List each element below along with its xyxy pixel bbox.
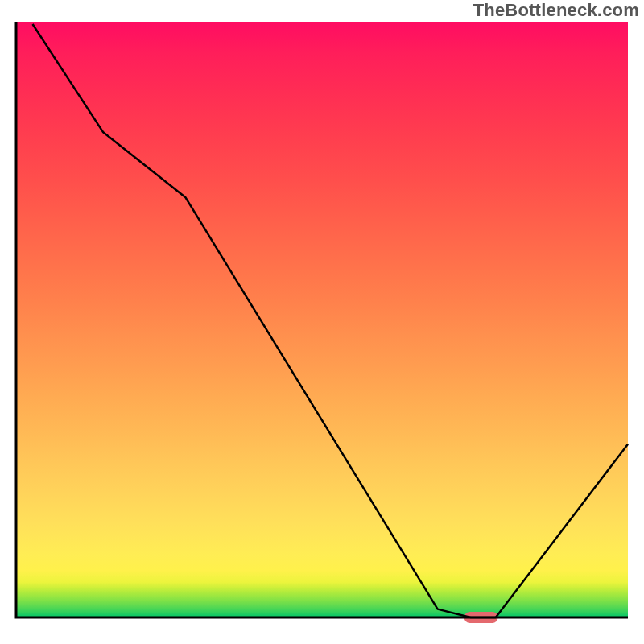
- chart-background: [16, 22, 628, 617]
- attribution-label: TheBottleneck.com: [473, 0, 639, 21]
- bottleneck-chart: [0, 0, 644, 644]
